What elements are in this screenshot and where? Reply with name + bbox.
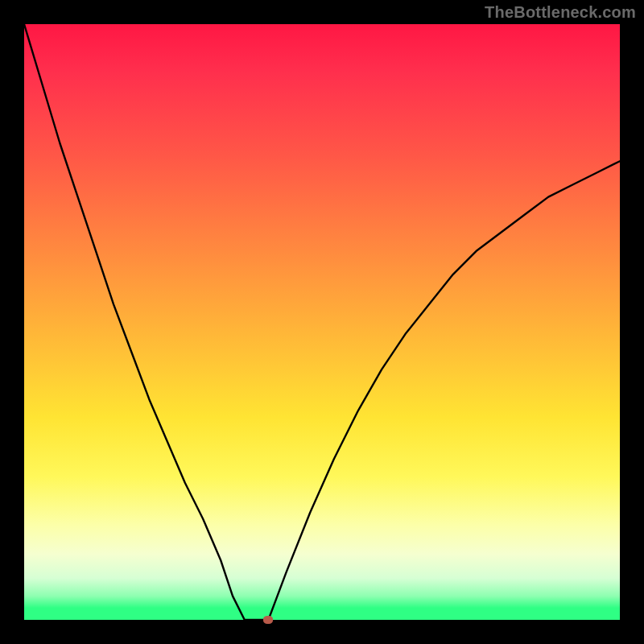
chart-plot-area [24,24,620,620]
bottleneck-curve [24,24,620,620]
curve-path [24,24,620,620]
optimal-point-marker [263,616,273,624]
watermark-text: TheBottleneck.com [485,3,636,22]
